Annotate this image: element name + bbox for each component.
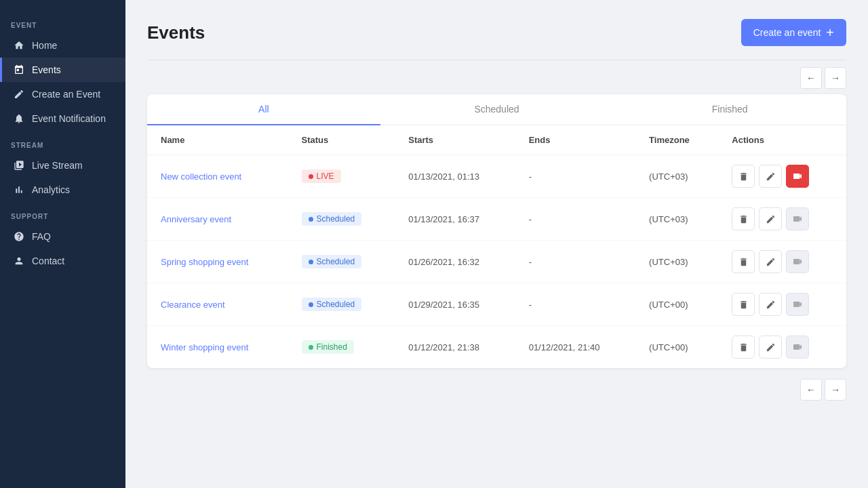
event-starts-cell: 01/26/2021, 16:32: [395, 241, 515, 283]
sidebar-item-events[interactable]: Events: [0, 58, 125, 82]
delete-event-button[interactable]: [732, 165, 755, 188]
edit-event-button[interactable]: [759, 165, 782, 188]
sidebar-item-label-analytics: Analytics: [32, 184, 70, 195]
status-label: Finished: [317, 342, 347, 352]
event-starts-cell: 01/29/2021, 16:35: [395, 283, 515, 326]
sidebar-item-home[interactable]: Home: [0, 33, 125, 58]
col-header-name: Name: [147, 125, 288, 155]
create-event-button[interactable]: Create an event +: [741, 19, 846, 46]
event-starts-cell: 01/13/2021, 16:37: [395, 198, 515, 241]
event-name-link[interactable]: Clearance event: [161, 300, 225, 310]
table-row: Anniversary eventScheduled01/13/2021, 16…: [147, 198, 846, 241]
status-badge: Scheduled: [302, 298, 362, 311]
edit-icon: [13, 88, 25, 100]
event-name-link[interactable]: Spring shopping event: [161, 257, 248, 267]
table-row: Winter shopping eventFinished01/12/2021,…: [147, 326, 846, 369]
stream-event-button[interactable]: [786, 293, 809, 316]
sidebar-item-label-live-stream: Live Stream: [32, 160, 83, 171]
delete-event-button[interactable]: [732, 250, 755, 273]
bar-chart-icon: [13, 184, 25, 196]
status-dot: [309, 302, 313, 307]
sidebar-section-event: EVENT: [0, 11, 125, 33]
event-timezone-cell: (UTC+00): [635, 283, 718, 326]
status-badge: Scheduled: [302, 255, 362, 268]
calendar-icon: [13, 64, 25, 76]
status-label: Scheduled: [317, 300, 355, 309]
status-label: Scheduled: [317, 214, 355, 224]
edit-event-button[interactable]: [759, 336, 782, 359]
event-timezone-cell: (UTC+03): [635, 198, 718, 241]
table-row: Spring shopping eventScheduled01/26/2021…: [147, 241, 846, 283]
plus-icon: +: [826, 26, 834, 39]
sidebar-section-stream: STREAM: [0, 131, 125, 153]
top-pagination: ← →: [147, 67, 846, 89]
stream-event-button[interactable]: [786, 250, 809, 273]
sidebar-item-live-stream[interactable]: Live Stream: [0, 153, 125, 178]
sidebar-item-analytics[interactable]: Analytics: [0, 178, 125, 202]
col-header-ends: Ends: [515, 125, 635, 155]
sidebar-item-contact[interactable]: Contact: [0, 249, 125, 273]
status-dot: [309, 260, 313, 264]
event-timezone-cell: (UTC+03): [635, 241, 718, 283]
edit-event-button[interactable]: [759, 207, 782, 230]
stream-icon: [13, 159, 25, 171]
event-starts-cell: 01/13/2021, 01:13: [395, 155, 515, 198]
sidebar-item-label-create-event: Create an Event: [32, 89, 100, 100]
event-status-cell: Finished: [288, 326, 395, 369]
tab-scheduled[interactable]: Scheduled: [380, 94, 614, 125]
bottom-pagination: ← →: [147, 379, 846, 401]
status-badge: Finished: [302, 340, 354, 354]
event-name-cell: New collection event: [147, 155, 288, 198]
event-name-cell: Clearance event: [147, 283, 288, 326]
sidebar-item-create-event[interactable]: Create an Event: [0, 82, 125, 106]
create-event-label: Create an event: [753, 27, 821, 38]
event-name-link[interactable]: Anniversary event: [161, 214, 231, 224]
stream-event-button[interactable]: [786, 207, 809, 230]
event-name-link[interactable]: Winter shopping event: [161, 342, 248, 352]
tabs-row: AllScheduledFinished: [147, 94, 846, 125]
tab-all[interactable]: All: [147, 94, 380, 125]
sidebar-item-label-events: Events: [32, 64, 61, 75]
sidebar-item-event-notification[interactable]: Event Notification: [0, 106, 125, 131]
sidebar-section-support: SUPPORT: [0, 202, 125, 224]
status-label: LIVE: [317, 171, 334, 181]
prev-page-button[interactable]: ←: [800, 67, 822, 89]
status-label: Scheduled: [317, 257, 355, 266]
col-header-status: Status: [288, 125, 395, 155]
stream-event-button[interactable]: [786, 336, 809, 359]
edit-event-button[interactable]: [759, 293, 782, 316]
home-icon: [13, 39, 25, 52]
events-table: NameStatusStartsEndsTimezoneActions New …: [147, 125, 846, 368]
sidebar-item-faq[interactable]: FAQ: [0, 224, 125, 249]
status-badge: LIVE: [302, 169, 341, 183]
event-starts-cell: 01/12/2021, 21:38: [395, 326, 515, 369]
events-card: AllScheduledFinished NameStatusStartsEnd…: [147, 94, 846, 368]
event-ends-cell: 01/12/2021, 21:40: [515, 326, 635, 369]
edit-event-button[interactable]: [759, 250, 782, 273]
delete-event-button[interactable]: [732, 207, 755, 230]
status-dot: [309, 345, 313, 350]
delete-event-button[interactable]: [732, 293, 755, 316]
help-icon: [13, 230, 25, 243]
event-actions-cell: [718, 198, 846, 241]
status-dot: [309, 217, 313, 222]
sidebar: EVENTHomeEventsCreate an EventEvent Noti…: [0, 0, 125, 488]
main-content: Events Create an event + ← → AllSchedule…: [125, 0, 868, 488]
col-header-starts: Starts: [395, 125, 515, 155]
page-title: Events: [147, 22, 205, 43]
event-name-link[interactable]: New collection event: [161, 171, 241, 182]
stream-event-button[interactable]: [786, 165, 809, 188]
prev-page-button-bottom[interactable]: ←: [800, 379, 822, 401]
event-ends-cell: -: [515, 198, 635, 241]
sidebar-item-label-event-notification: Event Notification: [32, 113, 106, 124]
delete-event-button[interactable]: [732, 336, 755, 359]
next-page-button[interactable]: →: [825, 67, 846, 89]
col-header-timezone: Timezone: [635, 125, 718, 155]
sidebar-item-label-contact: Contact: [32, 256, 64, 266]
next-page-button-bottom[interactable]: →: [825, 379, 846, 401]
page-header: Events Create an event +: [147, 19, 846, 46]
sidebar-item-label-faq: FAQ: [32, 231, 51, 242]
status-dot: [309, 174, 313, 179]
person-icon: [13, 255, 25, 267]
tab-finished[interactable]: Finished: [613, 94, 846, 125]
